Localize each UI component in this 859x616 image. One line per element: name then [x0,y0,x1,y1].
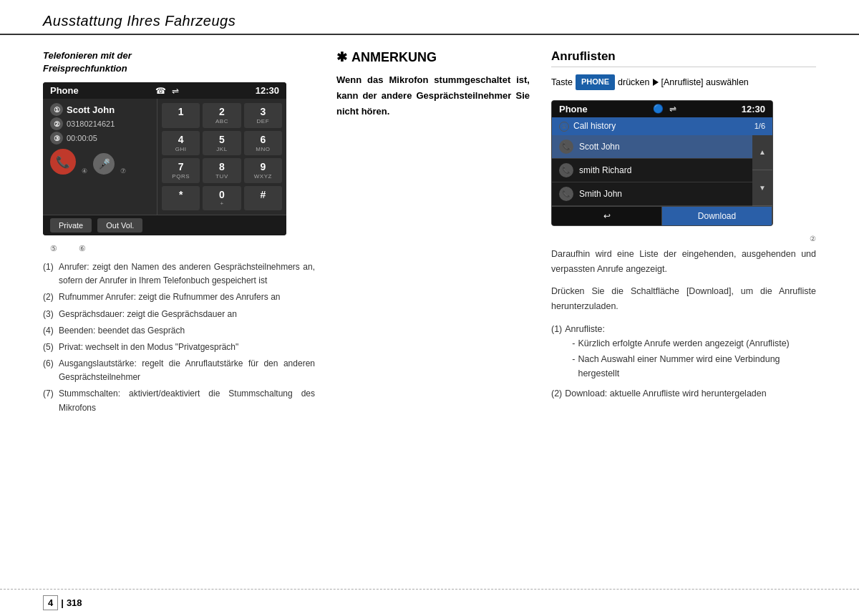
desc-item-2: (2)Rufnummer Anrufer: zeigt die Rufnumme… [43,290,315,304]
phone-screen-labels: ⑤ ⑥ [43,244,315,253]
sub-item-1: -Kürzlich erfolgte Anrufe werden angezei… [572,336,816,351]
indicator-circle-1: ① [559,122,569,132]
call-history-header: ① Call history 1/6 [552,117,772,135]
page-title: Ausstattung Ihres Fahrzeugs [43,13,816,29]
sub-list-1: -Kürzlich erfolgte Anrufe werden angezei… [572,336,816,381]
right-desc-item-2: (2) Download: aktuelle Anrufliste wird h… [551,386,816,401]
bluetooth-icon-left: ⇌ [172,86,179,96]
scroll-up-button[interactable]: ▲ [752,135,772,171]
indicator-1: ① [50,103,63,116]
phone-header-left: Phone ☎ ⇌ 12:30 [43,82,286,99]
phone-info-left: ① Scott John ② 03180214621 ③ 00:00:05 📞 … [43,99,157,215]
key-1[interactable]: 1 [162,103,200,127]
call-duration: 00:00:05 [67,134,97,142]
desc-item-7: (7)Stummschalten: aktiviert/deaktiviert … [43,387,315,414]
hangup-button[interactable]: 📞 [50,149,76,175]
right-desc-2: Drücken Sie die Schaltfläche [Download],… [551,284,816,315]
indicator-3: ③ [50,132,63,145]
key-6[interactable]: 6MNO [244,131,282,155]
call-icon-3: 📞 [559,187,573,201]
phone-bottom-left: Private Out Vol. [43,215,286,235]
indicator-4: ④ [82,167,87,175]
phone-body-left: ① Scott John ② 03180214621 ③ 00:00:05 📞 … [43,99,286,215]
indicator-7: ⑦ [120,167,126,175]
phone-time-left: 12:30 [256,85,279,96]
outvol-button[interactable]: Out Vol. [97,218,142,233]
key-3[interactable]: 3DEF [244,103,282,127]
key-star[interactable]: * [162,186,200,210]
key-9[interactable]: 9WXYZ [244,158,282,182]
scroll-down-button[interactable]: ▼ [752,170,772,206]
call-list-items: 📞 Scott John 📞 smith Richard 📞 Smith Joh… [552,135,752,206]
call-icon-2: 📞 [559,163,573,177]
call-item-1[interactable]: 📞 Scott John [552,135,752,159]
private-button[interactable]: Private [50,218,92,233]
bluetooth-icon-right: 🔵 [653,104,664,114]
circle-2-label: ② [551,235,816,243]
middle-column: ✱ ANMERKUNG Wenn das Mikrofon stummgesch… [329,49,530,418]
key-0[interactable]: 0+ [203,186,241,210]
sub-item-2: -Nach Auswahl einer Nummer wird eine Ver… [572,352,816,381]
caller-num-row: ② 03180214621 [50,117,150,130]
phone-time-right: 12:30 [742,104,765,114]
arrows-icon-right: ⇌ [669,104,676,114]
key-5[interactable]: 5JKL [203,131,241,155]
call-icon-1: 📞 [559,140,573,154]
anruflisten-intro: Taste PHONE drücken [Anrufliste] auswähl… [551,74,816,90]
contact-name-2: smith Richard [579,165,631,175]
anmerkung-body: Wenn das Mikrofon stummgeschaltet ist, k… [336,72,530,119]
right-desc-item-1: (1) Anrufliste: -Kürzlich erfolgte Anruf… [551,322,816,382]
phone-icons-left: ☎ ⇌ [155,86,179,96]
key-hash[interactable]: # [244,186,282,210]
phone-header-right: Phone 🔵 ⇌ 12:30 [552,101,772,117]
description-list-left: (1)Anrufer: zeigt den Namen des anderen … [43,260,315,415]
anruflisten-title: Anruflisten [551,49,816,67]
contact-name-1: Scott John [579,142,620,152]
back-button[interactable]: ↩ [552,207,662,225]
left-column: Telefonieren mit der Freisprechfunktion … [43,49,315,418]
caller-name: Scott John [67,104,115,115]
phone-screen-right: Phone 🔵 ⇌ 12:30 ① Call history 1/6 📞 [551,100,773,226]
page-num-box: 4 [43,595,58,610]
page-info: 1/6 [754,122,765,130]
desc-item-4: (4)Beenden: beendet das Gespräch [43,324,315,338]
call-list-scroll: 📞 Scott John 📞 smith Richard 📞 Smith Joh… [552,135,772,206]
intro-text2: drücken [618,75,649,89]
phone-icon: ☎ [155,86,166,96]
call-history-label: Call history [573,121,616,131]
anmerkung-star-icon: ✱ [336,49,347,65]
desc-item-6: (6)Ausgangslautstärke: regelt die Anrufl… [43,357,315,384]
page-header: Ausstattung Ihres Fahrzeugs [0,0,859,35]
call-item-2[interactable]: 📞 smith Richard [552,159,752,182]
intro-text3: [Anrufliste] auswählen [661,75,749,89]
mute-button[interactable]: 🎤 [93,153,115,175]
phone-screen-left: Phone ☎ ⇌ 12:30 ① Scott John ② 031802146 [43,82,286,235]
scroll-buttons: ▲ ▼ [752,135,772,206]
anmerkung-heading: ANMERKUNG [351,50,437,65]
phone-label-left: Phone [50,85,79,96]
key-2[interactable]: 2ABC [203,103,241,127]
mic-area: 📞 ④ 🎤 ⑦ [50,149,150,175]
call-item-3[interactable]: 📞 Smith John [552,182,752,206]
indicator-2: ② [50,117,63,130]
phone-icons-right: 🔵 ⇌ [653,104,676,114]
label-5: ⑤ [50,244,57,253]
key-7[interactable]: 7PQRS [162,158,200,182]
download-button[interactable]: Download [662,207,772,225]
desc-item-5: (5)Privat: wechselt in den Modus "Privat… [43,341,315,354]
contact-name-3: Smith John [579,189,622,199]
page-footer: 4 | 318 [0,589,859,616]
key-4[interactable]: 4GHI [162,131,200,155]
desc-item-1: (1)Anrufer: zeigt den Namen des anderen … [43,260,315,288]
page-separator: | [61,597,64,608]
keypad: 1 2ABC 3DEF 4GHI 5JKL 6MNO 7PQRS 8TUV 9W… [157,99,286,215]
phone-label-right: Phone [559,104,588,114]
intro-text1: Taste [551,75,573,89]
key-8[interactable]: 8TUV [203,158,241,182]
right-column: Anruflisten Taste PHONE drücken [Anrufli… [544,49,816,418]
right-desc-list: (1) Anrufliste: -Kürzlich erfolgte Anruf… [551,322,816,401]
label-6: ⑥ [79,244,86,253]
phone-badge: PHONE [576,74,615,90]
arrow-right-icon [653,79,659,86]
call-duration-row: ③ 00:00:05 [50,132,150,145]
